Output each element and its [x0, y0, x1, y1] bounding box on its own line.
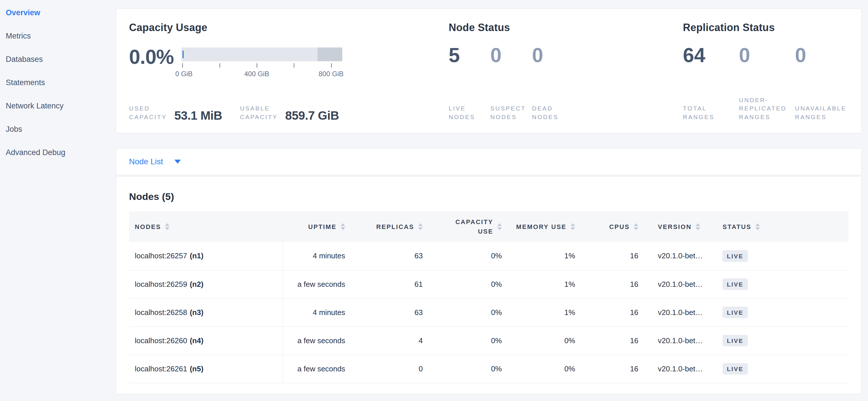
column-label: VERSION: [658, 222, 691, 232]
suspect-nodes-value: 0: [490, 45, 522, 65]
sort-icon: [755, 223, 760, 230]
capacity-use-cell: 0%: [431, 355, 510, 383]
under-replicated-ranges-metric: 0 UNDER- REPLICATED RANGES: [739, 45, 785, 121]
sidebar-item-statements[interactable]: Statements: [0, 71, 115, 94]
usable-capacity-value: 859.7 GiB: [285, 110, 339, 121]
sidebar-item-databases[interactable]: Databases: [0, 48, 115, 71]
sidebar-item-metrics[interactable]: Metrics: [0, 24, 115, 48]
table-row: localhost:26257(n1) 4 minutes 63 0% 1% 1…: [129, 242, 848, 270]
version-cell: v20.1.0-bet…: [646, 270, 714, 298]
replication-status-title: Replication Status: [683, 22, 861, 34]
column-header-nodes[interactable]: NODES: [129, 211, 283, 242]
live-nodes-metric: 5 LIVE NODES: [449, 45, 480, 121]
status-cell: LIVE: [714, 270, 848, 298]
capacity-bar-other-segment: [318, 48, 342, 61]
uptime-cell: a few seconds: [283, 270, 353, 298]
sort-icon: [418, 223, 423, 230]
cpus-cell: 16: [583, 298, 646, 326]
status-cell: LIVE: [714, 355, 848, 383]
capacity-axis-ticks: [181, 63, 342, 67]
usable-capacity-stat: USABLE CAPACITY 859.7 GiB: [240, 104, 339, 121]
unavailable-ranges-metric: 0 UNAVAILABLE RANGES: [795, 45, 841, 121]
node-address-link[interactable]: localhost:26260(n4): [135, 336, 204, 345]
main-content: Capacity Usage 0.0%: [116, 0, 868, 394]
uptime-cell: a few seconds: [283, 355, 353, 383]
node-address: localhost:26260: [135, 336, 187, 345]
live-nodes-label: LIVE NODES: [449, 104, 480, 121]
column-header-version[interactable]: VERSION: [646, 211, 714, 242]
memory-use-cell: 0%: [510, 326, 583, 355]
column-header-uptime[interactable]: UPTIME: [283, 211, 353, 242]
column-header-replicas[interactable]: REPLICAS: [353, 211, 431, 242]
capacity-use-cell: 0%: [431, 326, 510, 355]
axis-label-0: 0 GiB: [175, 70, 192, 78]
node-list-dropdown[interactable]: Node List: [129, 157, 181, 166]
status-badge: LIVE: [722, 335, 748, 346]
capacity-usage-section: Capacity Usage 0.0%: [129, 22, 449, 121]
status-badge: LIVE: [722, 279, 748, 290]
nodes-table-card: Nodes (5) NODES UPTIME REPLICAS: [116, 176, 862, 394]
node-address: localhost:26257: [135, 251, 187, 260]
axis-label-800: 800 GiB: [318, 70, 343, 78]
view-selector-strip: Node List: [116, 148, 862, 175]
column-header-status[interactable]: STATUS: [714, 211, 848, 242]
node-status-section: Node Status 5 LIVE NODES 0 SUSPECT NODES…: [449, 22, 683, 121]
dead-nodes-label: DEAD NODES: [532, 104, 564, 121]
column-header-memory-use[interactable]: MEMORY USE: [510, 211, 583, 242]
used-capacity-value: 53.1 MiB: [174, 110, 222, 121]
table-row: localhost:26259(n2) a few seconds 61 0% …: [129, 270, 848, 298]
node-id: (n2): [190, 280, 204, 289]
sidebar-item-network-latency[interactable]: Network Latency: [0, 94, 115, 118]
sidebar-item-overview[interactable]: Overview: [0, 1, 115, 24]
sidebar-item-jobs[interactable]: Jobs: [0, 118, 115, 141]
version-cell: v20.1.0-bet…: [646, 242, 714, 270]
node-list-dropdown-label: Node List: [129, 157, 163, 166]
node-address-link[interactable]: localhost:26259(n2): [135, 280, 204, 289]
node-id: (n3): [190, 308, 204, 317]
node-id: (n4): [190, 336, 204, 345]
cpus-cell: 16: [583, 326, 646, 355]
version-cell: v20.1.0-bet…: [646, 298, 714, 326]
cpus-cell: 16: [583, 355, 646, 383]
memory-use-cell: 0%: [510, 355, 583, 383]
sort-icon: [341, 223, 345, 230]
uptime-cell: 4 minutes: [283, 298, 353, 326]
node-address-link[interactable]: localhost:26257(n1): [135, 251, 204, 260]
sidebar: Overview Metrics Databases Statements Ne…: [0, 0, 115, 401]
column-label: CPUS: [609, 222, 630, 232]
table-row: localhost:26258(n3) 4 minutes 63 0% 1% 1…: [129, 298, 848, 326]
sort-icon: [570, 223, 575, 230]
unavailable-ranges-value: 0: [795, 45, 841, 65]
node-address: localhost:26261: [135, 365, 187, 373]
node-address-link[interactable]: localhost:26258(n3): [135, 308, 204, 317]
capacity-bar-chart: 0 GiB 400 GiB 800 GiB: [181, 48, 342, 79]
capacity-bar-used-marker: [183, 51, 184, 58]
nodes-table: NODES UPTIME REPLICAS CAPACITY USE MEMOR…: [129, 211, 848, 383]
replicas-cell: 0: [353, 355, 431, 383]
column-label: MEMORY USE: [516, 222, 566, 232]
status-badge: LIVE: [722, 363, 748, 375]
under-replicated-ranges-label: UNDER- REPLICATED RANGES: [739, 96, 785, 121]
nodes-section-title: Nodes (5): [129, 191, 848, 202]
suspect-nodes-label: SUSPECT NODES: [490, 104, 522, 121]
cluster-summary-card: Capacity Usage 0.0%: [116, 9, 862, 133]
column-label: CAPACITY USE: [455, 217, 493, 236]
capacity-gauge: 0.0% 0 GiB 400 GiB: [129, 47, 449, 79]
capacity-percent-value: 0.0%: [129, 47, 181, 67]
memory-use-cell: 1%: [510, 298, 583, 326]
column-header-cpus[interactable]: CPUS: [583, 211, 646, 242]
node-address-link[interactable]: localhost:26261(n5): [135, 365, 204, 373]
table-row: localhost:26261(n5) a few seconds 0 0% 0…: [129, 355, 848, 383]
suspect-nodes-metric: 0 SUSPECT NODES: [490, 45, 522, 121]
column-label: NODES: [135, 222, 161, 232]
column-header-capacity-use[interactable]: CAPACITY USE: [431, 211, 510, 242]
sidebar-item-advanced-debug[interactable]: Advanced Debug: [0, 141, 115, 164]
unavailable-ranges-label: UNAVAILABLE RANGES: [795, 104, 841, 121]
node-status-title: Node Status: [449, 22, 683, 34]
dead-nodes-metric: 0 DEAD NODES: [532, 45, 564, 121]
total-ranges-value: 64: [683, 45, 729, 65]
cpus-cell: 16: [583, 270, 646, 298]
node-address: localhost:26258: [135, 308, 187, 317]
status-cell: LIVE: [714, 242, 848, 270]
replicas-cell: 4: [353, 326, 431, 355]
